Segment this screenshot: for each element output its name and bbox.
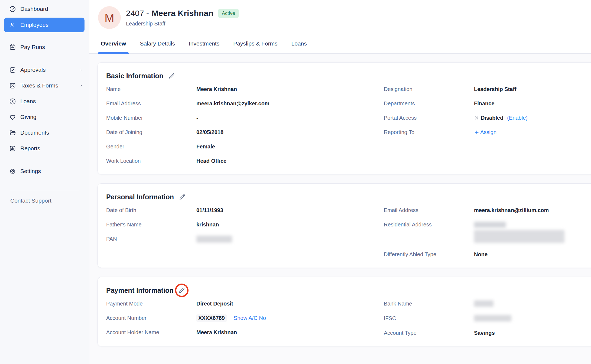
portal-access-status: Disabled: [481, 115, 503, 121]
tab-salary-details[interactable]: Salary Details: [138, 36, 176, 53]
sidebar-item-reports[interactable]: Reports: [0, 141, 89, 156]
field-differently-abled-type: Differently Abled Type None: [384, 252, 585, 257]
tab-payslips-forms[interactable]: Payslips & Forms: [232, 36, 279, 53]
bank-name-redacted: [474, 300, 493, 307]
field-mobile-number: Mobile Number -: [106, 115, 384, 121]
sidebar-item-pay-runs[interactable]: Pay Runs: [0, 39, 89, 55]
reports-icon: [9, 145, 16, 152]
sidebar-item-label: Taxes & Forms: [20, 82, 58, 89]
field-personal-email: Email Address meera.krishnan@zillium.com: [384, 207, 585, 213]
personal-information-card: Personal Information Date of Birth 01/11…: [98, 183, 591, 268]
show-account-number-link[interactable]: Show A/C No: [234, 315, 266, 321]
field-date-of-birth: Date of Birth 01/11/1993: [106, 207, 384, 213]
taxes-forms-icon: [9, 82, 16, 89]
sidebar-item-loans[interactable]: Loans: [0, 93, 89, 109]
sidebar-divider: [10, 191, 79, 191]
payment-information-title-row: Payment Information: [106, 286, 585, 294]
sidebar-item-label: Documents: [20, 129, 49, 136]
sidebar-group-gap: [0, 55, 89, 62]
payment-information-card: Payment Information Payment Mode Direct …: [98, 277, 591, 346]
payment-left-column: Payment Mode Direct Deposit Account Numb…: [106, 301, 384, 336]
pay-runs-icon: [9, 44, 16, 51]
field-designation: Designation Leadership Staff: [384, 86, 585, 92]
basic-information-card: Basic Information Name Meera Krishnan Em…: [98, 62, 591, 174]
residential-address-redacted: [474, 222, 564, 243]
overview-content: Basic Information Name Meera Krishnan Em…: [89, 54, 591, 364]
basic-left-column: Name Meera Krishnan Email Address meera.…: [106, 86, 384, 164]
pencil-icon: [178, 193, 186, 201]
app-root: Dashboard Employees Pay Runs: [0, 0, 591, 364]
field-departments: Departments Finance: [384, 101, 585, 106]
pan-value-redacted: [196, 236, 232, 243]
loans-icon: [9, 98, 16, 105]
employee-meta: 2407 - Meera Krishnan Active Leadership …: [126, 9, 239, 27]
section-title: Personal Information: [106, 193, 174, 201]
status-badge: Active: [218, 9, 239, 18]
sidebar-item-label: Pay Runs: [20, 44, 45, 50]
sidebar-item-documents[interactable]: Documents: [0, 125, 89, 141]
employee-id: 2407 -: [126, 9, 149, 18]
field-work-location: Work Location Head Office: [106, 158, 384, 164]
field-gender: Gender Female: [106, 144, 384, 150]
chevron-right-icon: [79, 83, 84, 88]
settings-icon: [9, 168, 16, 175]
field-pan: PAN: [106, 236, 384, 243]
tab-overview[interactable]: Overview: [99, 36, 127, 53]
sidebar-item-approvals[interactable]: Approvals: [0, 62, 89, 78]
basic-information-edit-button[interactable]: [168, 72, 175, 80]
page-header: M 2407 - Meera Krishnan Active Leadershi…: [89, 0, 591, 54]
sidebar-item-taxes-forms[interactable]: Taxes & Forms: [0, 78, 89, 93]
field-portal-access: Portal Access Disabled (Enable): [384, 115, 585, 121]
personal-information-edit-button[interactable]: [178, 193, 186, 201]
employee-designation: Leadership Staff: [126, 21, 239, 27]
sidebar-group-gap: [0, 156, 89, 163]
tab-investments[interactable]: Investments: [187, 36, 221, 53]
field-name: Name Meera Krishnan: [106, 86, 384, 92]
personal-information-grid: Date of Birth 01/11/1993 Father's Name k…: [106, 207, 585, 257]
sidebar-item-employees[interactable]: Employees: [4, 18, 85, 32]
sidebar-group-gap: [0, 32, 89, 39]
basic-right-column: Designation Leadership Staff Departments…: [384, 86, 585, 164]
sidebar-nav: Dashboard Employees Pay Runs: [0, 1, 89, 179]
enable-portal-link[interactable]: (Enable): [507, 115, 528, 121]
documents-icon: [9, 129, 16, 136]
payment-right-column: Bank Name IFSC Account Type Savings: [384, 301, 585, 336]
personal-left-column: Date of Birth 01/11/1993 Father's Name k…: [106, 207, 384, 257]
ifsc-redacted: [474, 315, 511, 321]
field-payment-mode: Payment Mode Direct Deposit: [106, 301, 384, 307]
field-reporting-to: Reporting To Assign: [384, 129, 585, 135]
section-title: Payment Information: [106, 287, 174, 294]
payment-information-edit-button[interactable]: [178, 287, 186, 294]
chevron-right-icon: [79, 67, 84, 73]
dashboard-icon: [9, 5, 16, 13]
field-email-address: Email Address meera.krishnan@zylker.com: [106, 101, 384, 106]
pencil-icon: [178, 287, 185, 294]
sidebar-item-settings[interactable]: Settings: [0, 163, 89, 179]
approvals-icon: [9, 66, 16, 74]
sidebar-item-dashboard[interactable]: Dashboard: [0, 1, 89, 17]
field-bank-name: Bank Name: [384, 301, 585, 307]
payment-information-grid: Payment Mode Direct Deposit Account Numb…: [106, 301, 585, 336]
plus-icon: [474, 130, 479, 135]
sidebar-item-label: Giving: [20, 114, 37, 120]
tab-bar: Overview Salary Details Investments Pays…: [89, 36, 591, 54]
sidebar-item-label: Reports: [20, 145, 40, 152]
giving-icon: [9, 113, 16, 121]
sidebar-item-label: Employees: [20, 22, 48, 28]
contact-support-link[interactable]: Contact Support: [0, 197, 89, 204]
sidebar-item-label: Loans: [20, 98, 36, 105]
main-content: M 2407 - Meera Krishnan Active Leadershi…: [89, 0, 591, 364]
sidebar-item-label: Dashboard: [20, 6, 48, 12]
sidebar-item-giving[interactable]: Giving: [0, 109, 89, 125]
assign-reporting-to-link[interactable]: Assign: [474, 129, 496, 135]
avatar: M: [98, 6, 121, 29]
section-title: Basic Information: [106, 72, 163, 80]
x-disabled-icon: [474, 115, 479, 121]
employee-header: M 2407 - Meera Krishnan Active Leadershi…: [89, 0, 591, 29]
tab-loans[interactable]: Loans: [290, 36, 308, 53]
sidebar: Dashboard Employees Pay Runs: [0, 0, 89, 364]
personal-right-column: Email Address meera.krishnan@zillium.com…: [384, 207, 585, 257]
employees-icon: [9, 21, 16, 29]
field-account-number: Account Number XXXX6789 Show A/C No: [106, 315, 384, 321]
field-residential-address: Residential Address: [384, 222, 585, 243]
